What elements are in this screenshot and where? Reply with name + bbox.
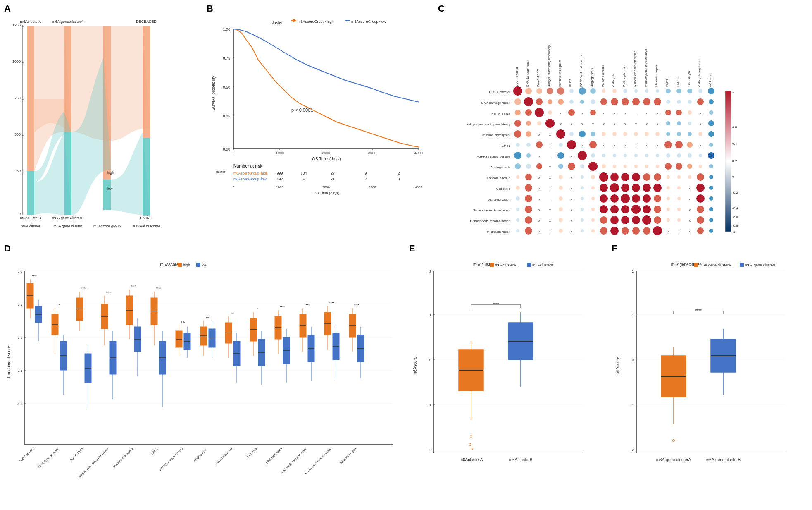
svg-text:3000: 3000 <box>368 151 376 155</box>
svg-point-332 <box>591 208 595 211</box>
svg-text:x: x <box>700 111 701 115</box>
svg-text:3000: 3000 <box>369 185 376 189</box>
svg-point-145 <box>622 98 629 105</box>
svg-text:m6A.gene.clusterB: m6A.gene.clusterB <box>52 216 83 220</box>
svg-point-254 <box>568 163 575 170</box>
svg-text:x: x <box>689 197 691 201</box>
svg-text:Pan-F-TBRS: Pan-F-TBRS <box>491 112 510 115</box>
svg-point-188 <box>677 121 681 125</box>
svg-point-196 <box>556 129 565 139</box>
svg-text:Pan-F-TBRS: Pan-F-TBRS <box>69 447 85 462</box>
svg-point-151 <box>688 100 692 104</box>
svg-point-208 <box>688 132 692 136</box>
svg-point-350 <box>581 218 584 222</box>
svg-text:-0.8: -0.8 <box>732 224 738 227</box>
svg-point-161 <box>590 110 596 115</box>
svg-point-343 <box>709 207 713 211</box>
svg-point-256 <box>588 162 598 171</box>
svg-text:x: x <box>603 144 605 147</box>
svg-point-128 <box>645 89 648 93</box>
svg-point-380 <box>697 227 704 234</box>
svg-point-197 <box>569 132 574 136</box>
svg-point-131 <box>676 89 681 93</box>
panel-e: E m6Acluster m6AclusterA m6AclusterB 2 1 <box>405 240 607 509</box>
svg-point-288 <box>525 184 532 192</box>
svg-text:*: * <box>257 307 258 311</box>
svg-text:m6A.gene.clusterB: m6A.gene.clusterB <box>706 457 741 462</box>
svg-text:192: 192 <box>276 177 283 181</box>
svg-text:DNA replication: DNA replication <box>488 198 510 201</box>
svg-point-263 <box>665 163 672 170</box>
svg-text:m6AclusterB: m6AclusterB <box>532 263 553 267</box>
svg-text:****: **** <box>156 287 161 290</box>
svg-point-345 <box>525 216 532 224</box>
svg-point-205 <box>655 132 660 136</box>
boxplot-e: m6Acluster m6AclusterA m6AclusterB 2 1 0 <box>409 259 595 498</box>
svg-text:0: 0 <box>232 151 234 155</box>
svg-point-173 <box>514 120 521 127</box>
svg-text:2: 2 <box>398 171 400 175</box>
svg-text:m6AscoreGroup=high: m6AscoreGroup=high <box>233 171 268 175</box>
svg-text:ns: ns <box>206 316 210 319</box>
heatmap-plot: CD8 T effector DNA damage repair Pan-F-T… <box>438 17 802 236</box>
svg-text:x: x <box>549 133 551 136</box>
svg-text:DNA replication: DNA replication <box>622 65 626 87</box>
svg-text:x: x <box>581 122 583 126</box>
svg-point-337 <box>643 205 651 213</box>
svg-point-133 <box>698 89 702 93</box>
svg-text:x: x <box>614 111 615 115</box>
svg-text:****: **** <box>305 303 310 307</box>
svg-rect-599 <box>740 263 744 267</box>
svg-text:x: x <box>571 230 572 233</box>
svg-text:x: x <box>624 111 626 115</box>
svg-point-209 <box>698 132 702 136</box>
svg-point-274 <box>581 175 584 179</box>
svg-point-230 <box>514 152 521 159</box>
svg-text:****: **** <box>106 291 111 295</box>
svg-point-359 <box>677 218 681 222</box>
svg-point-313 <box>591 197 595 200</box>
svg-text:DECEASED: DECEASED <box>136 19 157 24</box>
svg-text:2: 2 <box>632 269 634 273</box>
svg-text:m6A.gene.clusterA: m6A.gene.clusterA <box>656 457 691 462</box>
svg-point-120 <box>557 87 564 95</box>
svg-text:500: 500 <box>14 132 21 136</box>
panel-e-label: E <box>409 243 415 254</box>
svg-text:EMT3: EMT3 <box>676 79 680 87</box>
svg-point-227 <box>687 142 693 148</box>
svg-point-216 <box>567 140 576 149</box>
svg-text:m6Ascore: m6Ascore <box>160 262 179 267</box>
svg-text:4000: 4000 <box>415 185 422 189</box>
svg-point-148 <box>654 98 661 105</box>
svg-text:WNT target: WNT target <box>687 71 691 87</box>
svg-text:x: x <box>549 144 551 147</box>
svg-point-174 <box>526 121 531 126</box>
svg-text:-1.0: -1.0 <box>17 402 22 406</box>
svg-text:Cell cycle: Cell cycle <box>612 74 615 87</box>
svg-point-376 <box>653 226 662 235</box>
svg-text:x: x <box>549 154 551 158</box>
svg-point-301 <box>667 186 670 189</box>
svg-text:x: x <box>646 144 648 147</box>
svg-text:high: high <box>183 263 190 267</box>
svg-point-250 <box>526 164 531 169</box>
svg-point-262 <box>656 165 659 168</box>
svg-text:0.25: 0.25 <box>223 114 230 118</box>
svg-rect-382 <box>725 91 731 232</box>
svg-text:x: x <box>538 176 540 180</box>
svg-point-118 <box>536 88 542 94</box>
svg-text:*: * <box>58 303 60 307</box>
svg-text:m6A.gene.clusterA: m6A.gene.clusterA <box>52 19 83 24</box>
svg-point-172 <box>709 110 713 115</box>
svg-point-353 <box>610 216 619 224</box>
svg-text:survival outcome: survival outcome <box>132 224 160 228</box>
svg-point-199 <box>591 132 595 136</box>
svg-point-267 <box>709 164 713 168</box>
svg-text:750: 750 <box>14 96 21 100</box>
svg-text:m6A gene cluster: m6A gene cluster <box>53 224 82 228</box>
svg-point-319 <box>654 195 661 202</box>
svg-text:Pan-F-TBRS: Pan-F-TBRS <box>536 69 540 87</box>
svg-point-584 <box>469 444 471 446</box>
svg-point-277 <box>610 173 619 181</box>
svg-point-333 <box>600 205 608 213</box>
